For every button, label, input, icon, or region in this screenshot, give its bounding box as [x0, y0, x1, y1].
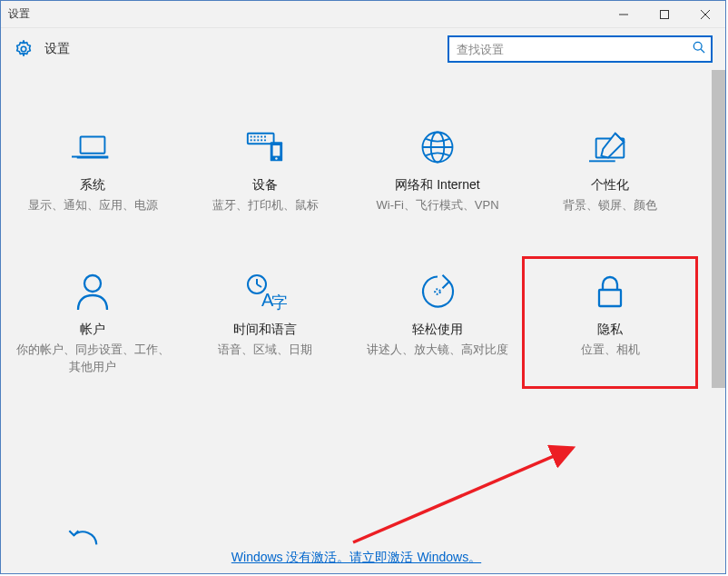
tile-devices[interactable]: 设备 蓝牙、打印机、鼠标 — [179, 124, 351, 214]
titlebar: 设置 — [1, 1, 725, 28]
svg-point-5 — [694, 42, 702, 50]
svg-rect-36 — [599, 290, 621, 306]
tile-ease-of-access[interactable]: 轻松使用 讲述人、放大镜、高对比度 — [351, 269, 524, 376]
page-title: 设置 — [44, 41, 70, 57]
search-icon — [693, 41, 705, 57]
svg-rect-21 — [273, 145, 280, 156]
tile-title: 个性化 — [591, 177, 629, 194]
scrollbar-track[interactable] — [712, 70, 725, 573]
pen-monitor-icon — [589, 124, 631, 170]
tile-subtitle: 语音、区域、日期 — [212, 342, 318, 359]
restore-icon — [64, 528, 104, 550]
titlebar-buttons — [603, 1, 725, 27]
tile-privacy[interactable]: 隐私 位置、相机 — [524, 269, 696, 376]
tile-title: 网络和 Internet — [395, 177, 479, 194]
svg-point-29 — [84, 275, 101, 292]
tile-system[interactable]: 系统 显示、通知、应用、电源 — [6, 124, 179, 214]
svg-rect-9 — [248, 134, 274, 144]
content: 系统 显示、通知、应用、电源 设备 蓝牙、打印机、鼠标 — [1, 70, 725, 573]
header-row: 设置 — [1, 28, 725, 70]
tile-title: 设备 — [252, 177, 278, 194]
lock-icon — [592, 269, 628, 314]
svg-point-4 — [21, 46, 26, 52]
laptop-icon — [72, 124, 113, 170]
time-language-icon: A 字 — [243, 269, 287, 314]
svg-line-38 — [353, 448, 573, 542]
svg-rect-7 — [81, 137, 105, 154]
svg-point-22 — [275, 157, 277, 159]
settings-window: 设置 设置 — [0, 0, 726, 574]
svg-rect-1 — [660, 10, 668, 18]
tile-title: 轻松使用 — [412, 322, 463, 338]
activation-link-wrap: Windows 没有激活。请立即激活 Windows。 — [1, 549, 712, 566]
tile-title: 时间和语言 — [233, 322, 297, 338]
tile-title: 系统 — [80, 177, 105, 194]
gear-icon — [14, 39, 34, 59]
tile-time-language[interactable]: A 字 时间和语言 语音、区域、日期 — [179, 269, 351, 376]
tile-title: 隐私 — [597, 322, 623, 338]
close-button[interactable] — [684, 1, 725, 27]
tile-accounts[interactable]: 帐户 你的帐户、同步设置、工作、其他用户 — [6, 269, 179, 376]
svg-text:字: 字 — [271, 293, 287, 312]
tile-subtitle: 背景、锁屏、颜色 — [557, 197, 663, 214]
annotation-arrow — [346, 441, 645, 550]
search-input[interactable] — [448, 35, 713, 63]
tile-title: 帐户 — [80, 322, 105, 338]
tile-subtitle: 蓝牙、打印机、鼠标 — [207, 197, 324, 214]
ease-of-access-icon — [418, 269, 457, 314]
tile-personalization[interactable]: 个性化 背景、锁屏、颜色 — [524, 124, 696, 214]
devices-icon — [242, 124, 288, 170]
tile-subtitle: 位置、相机 — [576, 342, 645, 359]
tile-subtitle: 你的帐户、同步设置、工作、其他用户 — [6, 342, 179, 376]
tile-subtitle: 显示、通知、应用、电源 — [23, 197, 163, 214]
svg-line-6 — [701, 49, 704, 53]
maximize-button[interactable] — [644, 1, 684, 27]
tile-subtitle: Wi-Fi、飞行模式、VPN — [370, 197, 504, 214]
svg-point-35 — [435, 289, 440, 294]
tile-network[interactable]: 网络和 Internet Wi-Fi、飞行模式、VPN — [351, 124, 524, 214]
activation-link[interactable]: Windows 没有激活。请立即激活 Windows。 — [231, 550, 481, 564]
header-left: 设置 — [14, 39, 70, 59]
window-title: 设置 — [8, 6, 30, 22]
scrollbar-thumb[interactable] — [712, 70, 725, 388]
settings-grid: 系统 显示、通知、应用、电源 设备 蓝牙、打印机、鼠标 — [1, 70, 725, 376]
search-wrap — [448, 35, 713, 63]
minimize-button[interactable] — [603, 1, 644, 27]
person-icon — [74, 269, 111, 314]
tile-subtitle: 讲述人、放大镜、高对比度 — [361, 342, 514, 359]
globe-icon — [418, 124, 457, 170]
svg-line-32 — [257, 284, 261, 287]
